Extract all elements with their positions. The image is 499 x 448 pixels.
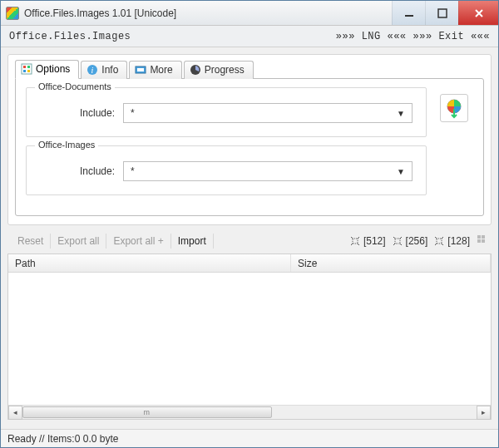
scroll-thumb[interactable]: m: [22, 406, 272, 418]
maximize-button[interactable]: [425, 1, 458, 25]
svg-rect-16: [477, 235, 481, 239]
tab-more[interactable]: More: [129, 61, 181, 79]
titlebar: Office.Files.Images 1.01 [Unicode]: [1, 1, 498, 26]
svg-rect-15: [437, 239, 442, 244]
scroll-track[interactable]: m: [22, 406, 477, 419]
chevron-down-icon: ▼: [397, 109, 405, 118]
include-row: Include: * ▼: [37, 158, 416, 185]
options-panel: Office-Documents Include: * ▼ Office-Ima…: [15, 78, 484, 216]
include-label: Include:: [40, 165, 115, 177]
office-images-group: Office-Images Include: * ▼: [26, 145, 427, 195]
group-legend: Office-Documents: [35, 81, 115, 91]
tabstrip: Options i Info More: [15, 60, 484, 79]
size-512-button[interactable]: [512]: [350, 235, 386, 247]
close-icon: [474, 8, 484, 18]
resize-icon: [350, 236, 360, 246]
scroll-left-icon[interactable]: ◂: [8, 406, 22, 420]
options-icon: [21, 63, 32, 75]
size-128-button[interactable]: [128]: [434, 235, 470, 247]
resize-icon: [434, 236, 444, 246]
svg-rect-18: [477, 239, 481, 243]
include-row: Include: * ▼: [37, 100, 416, 126]
scroll-right-icon[interactable]: ▸: [477, 406, 491, 420]
documents-include-combo[interactable]: * ▼: [123, 103, 413, 123]
file-table: Path Size ◂ m ▸: [7, 254, 492, 420]
app-logo-icon: [440, 94, 468, 122]
maximize-icon: [437, 8, 447, 18]
svg-rect-14: [395, 239, 400, 244]
tab-label: Info: [101, 64, 118, 76]
export-all-plus-button[interactable]: Export all +: [106, 234, 170, 249]
status-text: Ready // Items:0 0.0 byte: [7, 433, 118, 445]
svg-rect-13: [353, 239, 358, 244]
close-button[interactable]: [458, 1, 498, 25]
svg-rect-17: [482, 235, 485, 239]
subheader-title: Office.Files.Images: [9, 31, 131, 42]
tab-label: Options: [36, 63, 70, 75]
content-area: Options i Info More: [1, 47, 498, 426]
chevron-down-icon: ▼: [397, 167, 405, 176]
minimize-icon: [404, 8, 414, 18]
size-label: [512]: [363, 235, 386, 247]
lng-button[interactable]: »»» LNG «««: [336, 31, 407, 42]
tab-label: More: [150, 64, 172, 76]
size-label: [256]: [406, 235, 428, 247]
svg-rect-6: [27, 70, 30, 72]
table-body: [8, 273, 491, 405]
size-256-button[interactable]: [256]: [393, 235, 428, 247]
svg-rect-0: [405, 15, 413, 17]
column-size[interactable]: Size: [291, 254, 491, 272]
svg-rect-4: [27, 66, 30, 68]
subheader: Office.Files.Images »»» LNG ««« »»» Exit…: [1, 26, 498, 47]
combo-value: *: [131, 165, 135, 177]
images-include-combo[interactable]: * ▼: [123, 161, 413, 181]
grid-view-icon[interactable]: [477, 234, 488, 249]
tab-label: Progress: [205, 64, 245, 76]
svg-rect-2: [22, 64, 32, 74]
window-controls: [392, 1, 498, 25]
reset-button[interactable]: Reset: [11, 234, 51, 249]
svg-rect-19: [482, 239, 485, 243]
window-title: Office.Files.Images 1.01 [Unicode]: [24, 7, 176, 19]
svg-rect-3: [23, 66, 26, 68]
size-label: [128]: [447, 235, 470, 247]
app-window: Office.Files.Images 1.01 [Unicode] Offic…: [0, 0, 499, 448]
office-documents-group: Office-Documents Include: * ▼: [26, 87, 427, 137]
exit-button[interactable]: »»» Exit «««: [413, 31, 490, 42]
app-icon: [6, 7, 19, 20]
svg-text:i: i: [91, 66, 94, 75]
progress-icon: [190, 64, 201, 76]
include-label: Include:: [40, 107, 115, 119]
svg-rect-10: [137, 68, 144, 71]
resize-icon: [393, 236, 403, 246]
tab-info[interactable]: i Info: [81, 61, 127, 79]
group-legend: Office-Images: [35, 140, 98, 150]
export-all-button[interactable]: Export all: [51, 234, 106, 249]
tabs-container: Options i Info More: [7, 54, 492, 225]
more-icon: [135, 64, 146, 76]
tab-progress[interactable]: Progress: [184, 61, 254, 79]
tab-options[interactable]: Options: [15, 60, 79, 79]
table-header: Path Size: [8, 254, 491, 273]
minimize-button[interactable]: [392, 1, 425, 25]
svg-rect-5: [23, 70, 26, 72]
combo-value: *: [131, 107, 135, 119]
actions-toolbar: Reset Export all Export all + Import [51…: [7, 225, 492, 254]
horizontal-scrollbar[interactable]: ◂ m ▸: [8, 405, 491, 419]
import-button[interactable]: Import: [171, 234, 214, 249]
svg-rect-1: [438, 9, 447, 17]
column-path[interactable]: Path: [8, 254, 291, 272]
status-bar: Ready // Items:0 0.0 byte: [1, 429, 498, 447]
info-icon: i: [86, 64, 98, 76]
